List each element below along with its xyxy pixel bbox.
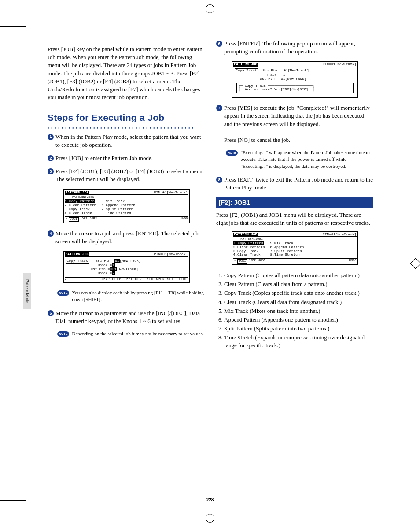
list-item: Copy Track (Copies specific track data o… xyxy=(224,289,373,297)
step-text: Move the cursor to a job and press [ENTE… xyxy=(55,230,205,245)
section-heading: Steps for Executing a Job xyxy=(48,111,205,124)
registration-mark xyxy=(206,514,214,523)
lcd-screenshot-job-menu: PATTERN JOBPTN=01[NewTrack] --- PATTERN:… xyxy=(63,189,190,223)
list-item: Copy Pattern (Copies all pattern data on… xyxy=(224,271,373,279)
lcd-screenshot-job1-menu: PATTERN JOBPTN=01[NewTrack] --- PATTERN:… xyxy=(232,231,358,265)
list-item: Mix Track (Mixes one track into another.… xyxy=(224,307,373,315)
note-icon: NOTE xyxy=(57,290,69,296)
note-text: You can also display each job by pressin… xyxy=(72,289,205,303)
subsection-bar: [F2]: JOB1 xyxy=(216,197,373,209)
lcd-screenshot-confirm: PATTERN JOBPTN=01[NewTrack] Copy Track S… xyxy=(232,61,358,98)
crop-mark xyxy=(0,26,26,27)
list-item: Clear Track (Clears all data from design… xyxy=(224,298,373,306)
section-tab: Pattern Mode xyxy=(23,273,31,309)
note-text: Depending on the selected job it may not… xyxy=(72,330,205,337)
step-text: Move the cursor to a parameter and use t… xyxy=(55,309,205,325)
step-bullet: 3 xyxy=(48,168,54,174)
step-text: Press [EXIT] twice to exit the Pattern J… xyxy=(224,176,373,192)
step-bullet: 6 xyxy=(216,41,222,47)
step-bullet: 8 xyxy=(216,177,222,183)
list-item: Append Pattern (Appends one pattern to a… xyxy=(224,316,373,324)
lcd-screenshot-copy-track: PATTERN JOBPTN=01[NewTrack] Copy Track S… xyxy=(63,251,190,283)
step-bullet: 4 xyxy=(48,230,54,237)
step-text: Press [ENTER]. The following pop-up menu… xyxy=(224,40,373,56)
note-text: "Executing..." will appear when the Patt… xyxy=(240,149,373,170)
step-bullet: 5 xyxy=(48,310,54,316)
step-bullet: 7 xyxy=(216,105,222,111)
list-item: Split Pattern (Splits pattern into two p… xyxy=(224,325,373,333)
heading-underline: • • • • • • • • • • • • • • • • • • • • … xyxy=(48,125,205,131)
page-number: 228 xyxy=(206,497,214,503)
note-icon: NOTE xyxy=(57,331,69,337)
step-text: Press [JOB] to enter the Pattern Job mod… xyxy=(55,154,205,162)
step-bullet: 1 xyxy=(48,134,54,140)
step-bullet: 2 xyxy=(48,155,54,161)
registration-mark xyxy=(206,4,214,13)
note-icon: NOTE xyxy=(226,150,238,156)
crop-mark xyxy=(0,500,26,501)
intro-text: Press [JOB] key on the panel while in Pa… xyxy=(48,45,205,101)
step-text: When in the Pattern Play mode, select th… xyxy=(55,133,205,149)
step-text: Press [F2] (JOB1), [F3] (JOB2) or [F4] (… xyxy=(55,167,205,183)
list-item: Clear Pattern (Clears all data from a pa… xyxy=(224,280,373,288)
job-list: Copy Pattern (Copies all pattern data on… xyxy=(216,271,373,350)
list-item: Time Stretch (Expands or compresses timi… xyxy=(224,334,373,349)
f2-intro: Press [F2] (JOB1) and JOB1 menu will be … xyxy=(216,211,373,227)
step-text: Press [YES] to execute the job. "Complet… xyxy=(224,104,373,144)
